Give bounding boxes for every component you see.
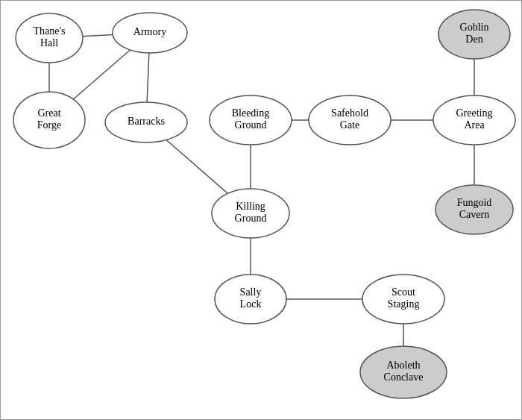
node-label-greeting-area-line0: Greeting	[456, 107, 493, 119]
node-label-safehold-gate-line0: Safehold	[331, 107, 368, 119]
node-greeting-area[interactable]: GreetingArea	[433, 95, 515, 145]
node-label-killing-ground-line1: Ground	[235, 213, 267, 224]
node-label-bleeding-ground-line0: Bleeding	[232, 107, 270, 119]
node-armory[interactable]: Armory	[113, 13, 187, 53]
node-label-killing-ground-line0: Killing	[236, 201, 265, 212]
node-label-armory: Armory	[133, 26, 166, 37]
node-goblin-den[interactable]: GoblinDen	[438, 10, 510, 59]
node-label-barracks: Barracks	[128, 116, 165, 127]
node-label-sally-lock-line0: Sally	[240, 286, 262, 298]
node-label-greeting-area-line1: Area	[464, 119, 485, 131]
node-label-scout-staging-line0: Scout	[392, 286, 415, 298]
graph: Thane'sHallArmoryGreatForgeBarracksBleed…	[1, 1, 522, 420]
node-label-thanes-hall-line0: Thane's	[34, 25, 66, 37]
node-great-forge[interactable]: GreatForge	[13, 92, 85, 148]
node-aboleth-conclave[interactable]: AbolethConclave	[360, 346, 447, 398]
node-killing-ground[interactable]: KillingGround	[212, 189, 289, 238]
node-bleeding-ground[interactable]: BleedingGround	[210, 95, 292, 145]
node-label-aboleth-conclave-line0: Aboleth	[386, 360, 420, 371]
node-label-bleeding-ground-line1: Ground	[235, 119, 267, 131]
node-barracks[interactable]: Barracks	[105, 102, 187, 142]
node-thanes-hall[interactable]: Thane'sHall	[16, 13, 83, 63]
node-scout-staging[interactable]: ScoutStaging	[362, 275, 444, 324]
node-label-safehold-gate-line1: Gate	[340, 119, 359, 131]
node-sally-lock[interactable]: SallyLock	[215, 275, 286, 324]
node-safehold-gate[interactable]: SafeholdGate	[309, 95, 391, 145]
node-label-great-forge-line1: Forge	[37, 119, 61, 131]
node-fungoid-cavern[interactable]: FungoidCavern	[435, 185, 513, 234]
node-label-goblin-den-line0: Goblin	[460, 22, 489, 33]
node-label-scout-staging-line1: Staging	[388, 298, 420, 310]
node-label-great-forge-line0: Great	[37, 107, 60, 119]
node-label-sally-lock-line1: Lock	[240, 298, 262, 310]
node-label-thanes-hall-line1: Hall	[40, 37, 58, 48]
node-label-fungoid-cavern-line0: Fungoid	[457, 197, 492, 208]
node-label-fungoid-cavern-line1: Cavern	[459, 209, 489, 220]
node-label-goblin-den-line1: Den	[465, 34, 482, 45]
node-label-aboleth-conclave-line1: Conclave	[384, 372, 424, 383]
